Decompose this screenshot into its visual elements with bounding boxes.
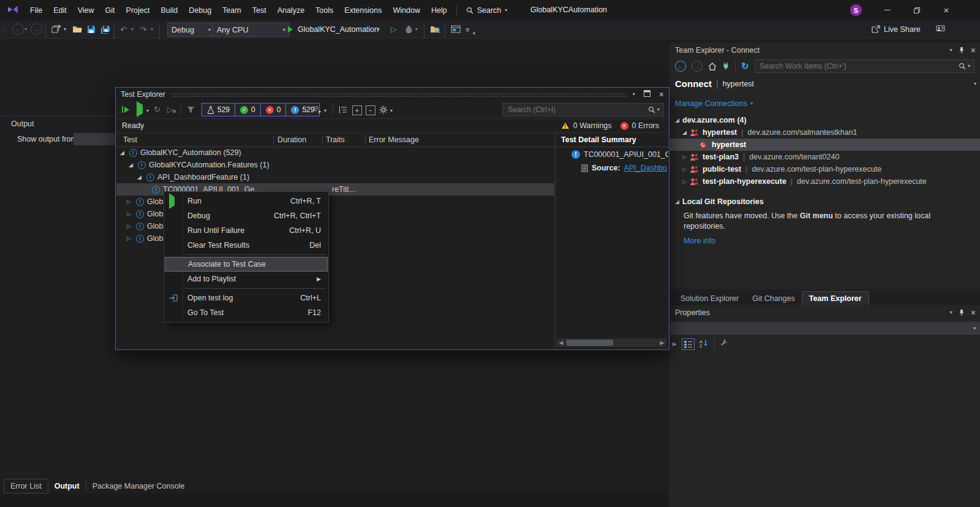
scroll-right-icon[interactable]: ▶ [658, 340, 666, 346]
repeat-last-run-icon[interactable]: ↻ [154, 105, 160, 114]
run-tests-icon[interactable] [137, 105, 143, 113]
group-by-icon[interactable] [339, 106, 347, 115]
alphabetical-sort-icon[interactable]: AZ [699, 339, 709, 349]
chevron-down-icon[interactable]: ▾ [324, 109, 326, 113]
chevron-down-icon[interactable]: ▾ [377, 22, 380, 36]
work-items-search-box[interactable]: ▾ [755, 59, 974, 73]
chevron-down-icon[interactable]: ▾ [657, 107, 660, 112]
find-in-files-icon[interactable] [430, 22, 440, 36]
horizontal-scrollbar[interactable]: ◀ ▶ [557, 338, 666, 347]
collapsed-icon[interactable]: ▷ [127, 235, 134, 242]
live-share-button[interactable]: Live Share [871, 22, 921, 36]
menu-analyze[interactable]: Analyze [272, 0, 310, 20]
collapse-all-icon[interactable]: − [366, 105, 375, 115]
tab-solution-explorer[interactable]: Solution Explorer [674, 292, 745, 305]
test-search-box[interactable]: ▾ [502, 103, 664, 116]
menu-item-go-to-test[interactable]: Go To Test F12 [164, 305, 328, 320]
pin-icon[interactable] [959, 47, 965, 54]
column-test[interactable]: Test [123, 135, 137, 144]
column-duration[interactable]: Duration [277, 135, 306, 144]
menu-item-debug[interactable]: Debug Ctrl+R, Ctrl+T [164, 208, 328, 223]
chevron-down-icon[interactable]: ▾ [390, 109, 393, 113]
test-explorer-title-bar[interactable]: Test Explorer ▾ × [116, 88, 669, 101]
menu-build[interactable]: Build [155, 0, 183, 20]
window-position-chevron-icon[interactable]: ▾ [633, 92, 635, 97]
expanded-icon[interactable]: ◢ [129, 162, 136, 168]
tree-row-account-test-plan3[interactable]: ▷ test-plan3 | dev.azure.com/tenant0240 [670, 151, 980, 163]
column-error-message[interactable]: Error Message [369, 135, 419, 144]
playlist-icon[interactable] [313, 105, 322, 115]
menu-git[interactable]: Git [100, 0, 121, 20]
tree-row-assembly[interactable]: ◢ ! GlobalKYCAutomation.Features (1) [116, 159, 554, 171]
tab-error-list[interactable]: Error List [4, 479, 48, 494]
errors-count[interactable]: 0 Errors [632, 121, 659, 130]
connect-plug-icon[interactable] [722, 62, 729, 71]
menu-window[interactable]: Window [387, 0, 425, 20]
tab-package-manager-console[interactable]: Package Manager Console [86, 479, 191, 493]
tree-row-feature[interactable]: ◢ ! API_DashboardFeature (1) [116, 171, 554, 183]
tree-row-account-test-plan-hyperexecute[interactable]: ▷ test-plan-hyperexecute | dev.azure.com… [670, 175, 980, 188]
solution-platform-dropdown[interactable]: Any CPU▾ [213, 23, 290, 37]
column-resizer[interactable] [365, 135, 366, 145]
redo-icon[interactable]: ↷ [140, 22, 147, 36]
search-menu[interactable]: Search ▾ [461, 0, 513, 20]
properties-title-bar[interactable]: Properties ▾ × [670, 305, 980, 320]
menu-item-associate-to-test-case[interactable]: Associate to Test Case [165, 257, 328, 272]
more-info-link[interactable]: More info [684, 237, 715, 245]
expand-all-icon[interactable]: + [352, 105, 362, 115]
collapse-arrow-icon[interactable]: ▶ [673, 341, 677, 347]
window-position-chevron-icon[interactable]: ▾ [950, 310, 952, 315]
menu-tools[interactable]: Tools [310, 0, 339, 20]
collapsed-icon[interactable]: ▷ [127, 199, 134, 205]
tree-row-account-public-test[interactable]: ▷ public-test | dev.azure.com/test-plan-… [670, 163, 980, 175]
navigate-forward-icon[interactable]: → [31, 23, 42, 35]
toolbar-options-icon[interactable]: ≡ [466, 22, 469, 36]
collapsed-icon[interactable]: ▷ [127, 211, 134, 217]
home-icon[interactable] [708, 63, 717, 71]
expanded-icon[interactable]: ◢ [120, 150, 127, 156]
filter-icon[interactable] [187, 106, 195, 115]
chevron-down-icon[interactable]: ▾ [968, 64, 970, 69]
start-debug-icon[interactable] [288, 22, 293, 36]
close-icon[interactable]: × [971, 46, 976, 55]
startup-project-button[interactable]: GlobalKYC_Automation [298, 22, 379, 36]
close-icon[interactable]: × [971, 308, 976, 317]
solution-configuration-dropdown[interactable]: Debug▾ [167, 23, 215, 37]
menu-file[interactable]: File [24, 0, 48, 20]
column-resizer[interactable] [322, 135, 323, 145]
team-explorer-title-bar[interactable]: Team Explorer - Connect ▾ × [670, 43, 980, 58]
expanded-icon[interactable]: ◢ [137, 174, 145, 180]
avatar[interactable]: S [850, 4, 862, 16]
wrench-icon[interactable] [720, 339, 728, 349]
close-icon[interactable]: × [659, 90, 664, 99]
total-tests-filter[interactable]: 529 [202, 104, 235, 116]
refresh-icon[interactable]: ↻ [741, 61, 749, 72]
restore-button[interactable] [907, 0, 927, 20]
chevron-down-icon[interactable]: ▾ [473, 26, 475, 40]
collapsed-icon[interactable]: ▷ [682, 154, 690, 160]
menu-project[interactable]: Project [121, 0, 156, 20]
pin-icon[interactable] [959, 309, 965, 316]
passed-tests-filter[interactable]: ✓ 0 [235, 104, 261, 116]
warnings-count[interactable]: 0 Warnings [573, 121, 612, 130]
back-icon[interactable]: ← [675, 61, 686, 72]
feedback-icon[interactable] [936, 22, 945, 36]
properties-object-dropdown[interactable]: ▾ [670, 321, 980, 335]
menu-edit[interactable]: Edit [48, 0, 72, 20]
expanded-icon[interactable]: ◢ [675, 117, 682, 123]
tab-output[interactable]: Output [48, 479, 86, 493]
menu-item-open-test-log[interactable]: Open test log Ctrl+L [164, 291, 328, 305]
save-all-icon[interactable] [100, 22, 110, 36]
categorized-view-icon[interactable] [682, 338, 695, 350]
manage-connections-link[interactable]: Manage Connections ▾ [675, 99, 753, 108]
failed-tests-filter[interactable]: × 0 [261, 104, 287, 116]
forward-icon[interactable]: → [692, 61, 703, 72]
settings-gear-icon[interactable] [379, 105, 388, 116]
cancel-run-icon[interactable]: ▷⊗ [167, 105, 173, 114]
page-switch-chevron-icon[interactable]: ▾ [974, 82, 976, 86]
column-traits[interactable]: Traits [326, 135, 345, 144]
maximize-icon[interactable] [644, 90, 650, 99]
menu-item-add-to-playlist[interactable]: Add to Playlist ▶ [164, 272, 328, 286]
test-search-input[interactable] [507, 105, 648, 115]
tree-row-solution[interactable]: ◢ ! GlobalKYC_Automation (529) [116, 147, 554, 159]
